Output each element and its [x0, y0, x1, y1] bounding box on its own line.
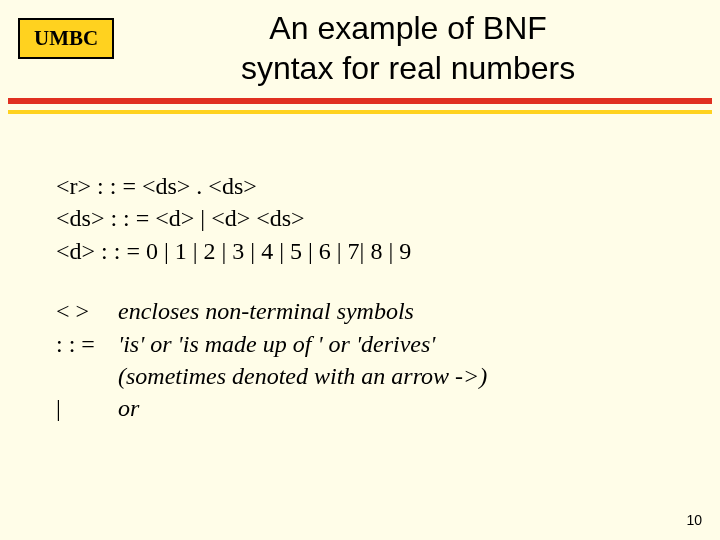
title-line-2: syntax for real numbers	[241, 50, 575, 86]
bnf-rule-d: <d> : : = 0 | 1 | 2 | 3 | 4 | 5 | 6 | 7|…	[56, 235, 664, 267]
legend-row-pipe: | or	[56, 392, 664, 424]
bnf-rule-ds: <ds> : : = <d> | <d> <ds>	[56, 202, 664, 234]
legend-sym-define: : : =	[56, 328, 118, 360]
slide-title: An example of BNF syntax for real number…	[124, 8, 692, 88]
slide-body: <r> : : = <ds> . <ds> <ds> : : = <d> | <…	[0, 114, 720, 425]
logo-badge: UMBC	[18, 18, 114, 59]
legend-txt-define: 'is' or 'is made up of ' or 'derives'	[118, 328, 435, 360]
legend-row-define: : : = 'is' or 'is made up of ' or 'deriv…	[56, 328, 664, 360]
title-container: An example of BNF syntax for real number…	[114, 8, 702, 88]
page-number: 10	[686, 512, 702, 528]
bnf-grammar: <r> : : = <ds> . <ds> <ds> : : = <d> | <…	[56, 170, 664, 267]
legend-row-angle: < > encloses non-terminal symbols	[56, 295, 664, 327]
legend-txt-pipe: or	[118, 392, 139, 424]
bnf-legend: < > encloses non-terminal symbols : : = …	[56, 295, 664, 425]
logo-text: UMBC	[34, 26, 98, 50]
legend-txt-define-sub: (sometimes denoted with an arrow ->)	[56, 360, 664, 392]
title-line-1: An example of BNF	[269, 10, 546, 46]
slide-header: UMBC An example of BNF syntax for real n…	[0, 0, 720, 88]
legend-txt-angle: encloses non-terminal symbols	[118, 295, 414, 327]
legend-sym-angle: < >	[56, 295, 118, 327]
legend-sym-pipe: |	[56, 392, 118, 424]
bnf-rule-r: <r> : : = <ds> . <ds>	[56, 170, 664, 202]
divider-rules	[0, 98, 720, 114]
